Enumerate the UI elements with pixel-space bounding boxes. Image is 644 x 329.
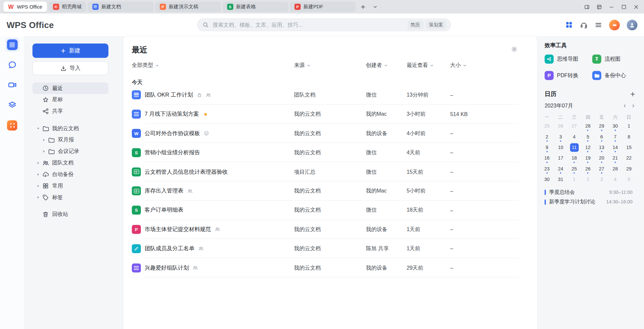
tool-backup[interactable]: 备份中心	[589, 67, 636, 84]
calendar-day[interactable]: 29	[595, 121, 608, 131]
search-tag-0[interactable]: 简历	[407, 20, 423, 29]
calendar-day[interactable]: 7	[608, 131, 622, 142]
sidebar-item-0[interactable]: 最近	[32, 82, 108, 94]
file-row-1[interactable]: 7 月线下活动策划方案我的云文档我的Mac3小时前514 KB	[123, 105, 537, 124]
calendar-day[interactable]: 10	[554, 142, 567, 153]
calendar-day-selected[interactable]: 11	[567, 142, 581, 153]
file-row-4[interactable]: 云文档管人员信息统计表理器验收项目汇总微信15天前–	[123, 162, 537, 181]
new-document-button[interactable]: 新建	[32, 44, 108, 58]
membership-avatar[interactable]	[609, 19, 620, 30]
calendar-day[interactable]: 16	[540, 153, 554, 163]
search-bar[interactable]: 简历策划案	[197, 18, 451, 31]
calendar-day[interactable]: 9	[540, 142, 554, 153]
calendar-day[interactable]: 5	[581, 131, 595, 142]
calendar-day[interactable]: 2	[540, 131, 554, 142]
tree-caret-icon[interactable]	[36, 172, 42, 177]
calendar-day[interactable]: 30	[608, 121, 622, 131]
filter-4[interactable]: 大小	[450, 62, 537, 69]
calendar-day[interactable]: 2	[581, 174, 595, 185]
calendar-day[interactable]: 25	[567, 163, 581, 174]
tool-pdf-convert[interactable]: PPDF转换	[541, 67, 589, 84]
rail-item-meeting[interactable]	[5, 78, 19, 92]
calendar-day[interactable]: 18	[567, 153, 581, 163]
calendar-day[interactable]: 1	[567, 174, 581, 185]
tree-caret-icon[interactable]	[36, 183, 42, 188]
calendar-day[interactable]: 27	[595, 163, 608, 174]
workbench-button[interactable]	[593, 0, 605, 14]
filter-1[interactable]: 来源	[294, 62, 366, 69]
tool-flowchart[interactable]: 流程图	[589, 51, 636, 67]
calendar-day[interactable]: 30	[540, 174, 554, 185]
calendar-day[interactable]: 13	[595, 142, 608, 153]
add-event-button[interactable]	[629, 91, 636, 97]
calendar-day[interactable]: 1	[622, 121, 636, 131]
calendar-day[interactable]: 31	[554, 174, 567, 185]
rail-item-documents[interactable]	[5, 38, 19, 52]
file-row-8[interactable]: 团队成员及分工名单我的云文档陈旭 共享1天前–	[123, 239, 537, 258]
calendar-day[interactable]: 22	[622, 153, 636, 163]
calendar-day[interactable]: 24	[554, 163, 567, 174]
tree-caret-icon[interactable]	[42, 149, 48, 154]
sidebar-item-2[interactable]: 共享	[32, 105, 108, 117]
file-row-3[interactable]: S营销小组业绩分析报告我的云文档微信4天前–	[123, 143, 537, 162]
sidebar-item-7[interactable]: 自动备份	[32, 169, 108, 180]
filter-0[interactable]: 全部类型	[132, 62, 294, 69]
close-button[interactable]	[630, 0, 642, 14]
calendar-day[interactable]: 5	[622, 174, 636, 185]
calendar-event-0[interactable]: 季度总结会9:30–11:00	[545, 187, 632, 197]
settings-gear-icon[interactable]	[511, 46, 518, 52]
user-avatar[interactable]	[627, 19, 637, 30]
file-row-7[interactable]: P市场主体登记提交材料规范我的云文档我的设备1天前–	[123, 220, 537, 239]
sidebar-item-6[interactable]: 团队文档	[32, 157, 108, 169]
calendar-day[interactable]: 19	[581, 153, 595, 163]
maximize-button[interactable]	[618, 0, 630, 14]
file-row-9[interactable]: 兴趣爱好组队计划我的云文档我的设备29天前–	[123, 258, 537, 277]
calendar-day[interactable]: 25	[540, 121, 554, 131]
calendar-day[interactable]: 14	[608, 142, 622, 153]
sidebar-item-8[interactable]: 常用	[32, 180, 108, 192]
calendar-day[interactable]: 26	[581, 163, 595, 174]
calendar-day[interactable]: 4	[608, 174, 622, 185]
minimize-button[interactable]	[605, 0, 618, 14]
file-row-5[interactable]: 库存出入管理表我的云文档我的Mac5小时前–	[123, 181, 537, 200]
sidebar-toggle-button[interactable]	[581, 0, 593, 14]
sidebar-item-3[interactable]: 我的云文档	[32, 123, 108, 134]
calendar-day[interactable]: 21	[608, 153, 622, 163]
calendar-day[interactable]: 26	[554, 121, 567, 131]
tab-3[interactable]: P新建演示文稿	[155, 2, 221, 12]
rail-item-chat[interactable]	[5, 58, 19, 72]
calendar-day[interactable]: 12	[581, 142, 595, 153]
filter-3[interactable]: 最近查看	[406, 62, 450, 69]
calendar-day[interactable]: 3	[595, 174, 608, 185]
tab-5[interactable]: P新建PDF	[290, 2, 356, 12]
customer-service-icon[interactable]	[580, 21, 588, 29]
calendar-day[interactable]: 8	[622, 131, 636, 142]
calendar-day[interactable]: 27	[567, 121, 581, 131]
search-input[interactable]	[212, 21, 407, 28]
tab-list-dropdown[interactable]	[370, 2, 380, 12]
calendar-prev-button[interactable]	[622, 104, 627, 108]
sidebar-item-4[interactable]: 双月报	[32, 134, 108, 146]
tree-caret-icon[interactable]	[36, 126, 42, 131]
tree-caret-icon[interactable]	[36, 195, 42, 200]
calendar-day[interactable]: 17	[554, 153, 567, 163]
calendar-next-button[interactable]	[631, 104, 636, 108]
calendar-day[interactable]: 29	[622, 163, 636, 174]
rail-item-cloud-drive[interactable]	[5, 98, 19, 112]
tree-caret-icon[interactable]	[42, 137, 48, 142]
apps-grid-icon[interactable]	[565, 21, 573, 29]
file-row-2[interactable]: W公司对外合作协议模板我的云文档我的设备4小时前–	[123, 124, 537, 143]
sidebar-item-10[interactable]: 回收站	[32, 208, 108, 220]
tab-1[interactable]: 稻稻壳商城	[48, 2, 86, 12]
file-row-6[interactable]: S客户订单明细表我的云文档微信18天前–	[123, 200, 537, 220]
search-tag-1[interactable]: 策划案	[426, 20, 446, 29]
file-row-0[interactable]: 团队 OKR 工作计划团队文档微信13分钟前–	[123, 85, 537, 105]
import-button[interactable]: 导入	[32, 61, 108, 75]
new-tab-button[interactable]	[358, 2, 368, 12]
sidebar-item-1[interactable]: 星标	[32, 94, 108, 105]
tab-4[interactable]: S新建表格	[222, 2, 288, 12]
global-menu-icon[interactable]	[595, 21, 602, 28]
sidebar-item-9[interactable]: 标签	[32, 192, 108, 203]
tab-2[interactable]: 新建文档	[88, 2, 153, 12]
sidebar-item-5[interactable]: 会议记录	[32, 146, 108, 157]
